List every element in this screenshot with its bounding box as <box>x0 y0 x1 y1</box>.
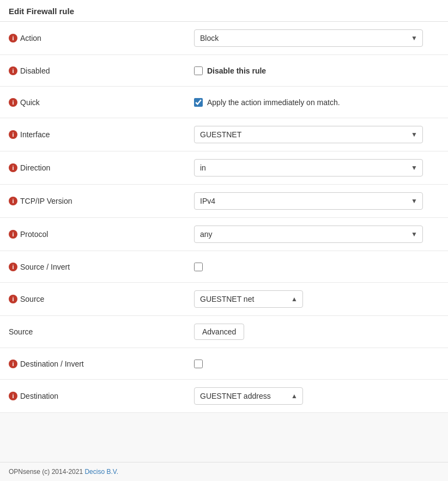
disabled-label: i Disabled <box>9 66 194 75</box>
disabled-checkbox-wrapper: Disable this rule <box>194 66 266 75</box>
action-info-icon: i <box>9 34 17 42</box>
disabled-checkbox-label: Disable this rule <box>207 66 266 75</box>
disabled-info-icon: i <box>9 66 17 75</box>
protocol-info-icon: i <box>9 230 17 239</box>
tcpip-label: i TCP/IP Version <box>9 197 194 205</box>
tcpip-select-wrapper: IPv4 IPv6 IPv4+IPv6 ▼ <box>194 192 423 210</box>
footer-link[interactable]: Deciso B.V. <box>84 468 118 476</box>
source-label: i Source <box>9 295 194 303</box>
source-row: i Source GUESTNET net any GUESTNET addre… <box>0 283 448 316</box>
source-advanced-button[interactable]: Advanced <box>194 324 244 340</box>
direction-label: i Direction <box>9 163 194 172</box>
quick-info-icon: i <box>9 98 17 107</box>
tcpip-info-icon: i <box>9 197 17 205</box>
quick-checkbox-wrapper: Apply the action immediately on match. <box>194 98 340 107</box>
direction-control: in out ▼ <box>194 159 439 176</box>
interface-label: i Interface <box>9 130 194 139</box>
action-control: Block Pass Reject ▼ <box>194 29 439 47</box>
destination-select-wrapper: GUESTNET address any GUESTNET net ▲ <box>194 387 303 405</box>
source-invert-control <box>194 263 439 271</box>
action-select[interactable]: Block Pass Reject <box>194 29 423 47</box>
protocol-select[interactable]: any TCP UDP ICMP <box>194 226 423 243</box>
footer: OPNsense (c) 2014-2021 Deciso B.V. <box>0 462 448 481</box>
protocol-row: i Protocol any TCP UDP ICMP ▼ <box>0 218 448 251</box>
source-advanced-row: Source Advanced <box>0 316 448 348</box>
destination-invert-control <box>194 360 439 368</box>
source-control: GUESTNET net any GUESTNET address ▲ <box>194 290 439 308</box>
interface-control: GUESTNET LAN WAN ▼ <box>194 126 439 143</box>
destination-info-icon: i <box>9 392 17 400</box>
quick-row: i Quick Apply the action immediately on … <box>0 87 448 118</box>
disabled-checkbox[interactable] <box>194 66 203 75</box>
direction-select[interactable]: in out <box>194 159 423 176</box>
destination-invert-row: i Destination / Invert <box>0 348 448 380</box>
source-invert-row: i Source / Invert <box>0 251 448 283</box>
destination-invert-checkbox[interactable] <box>194 360 203 368</box>
footer-text: OPNsense (c) 2014-2021 <box>9 468 84 476</box>
protocol-select-wrapper: any TCP UDP ICMP ▼ <box>194 226 423 243</box>
destination-select[interactable]: GUESTNET address any GUESTNET net <box>194 387 303 405</box>
protocol-control: any TCP UDP ICMP ▼ <box>194 226 439 243</box>
action-row: i Action Block Pass Reject ▼ <box>0 22 448 55</box>
tcpip-control: IPv4 IPv6 IPv4+IPv6 ▼ <box>194 192 439 210</box>
destination-row: i Destination GUESTNET address any GUEST… <box>0 380 448 413</box>
action-select-wrapper: Block Pass Reject ▼ <box>194 29 423 47</box>
source-invert-info-icon: i <box>9 263 17 271</box>
direction-row: i Direction in out ▼ <box>0 151 448 185</box>
destination-label: i Destination <box>9 392 194 400</box>
page-container: Edit Firewall rule i Action Block Pass R… <box>0 0 448 413</box>
source-select-wrapper: GUESTNET net any GUESTNET address ▲ <box>194 290 303 308</box>
destination-invert-info-icon: i <box>9 360 17 368</box>
destination-control: GUESTNET address any GUESTNET net ▲ <box>194 387 439 405</box>
destination-invert-label: i Destination / Invert <box>9 360 194 368</box>
interface-select[interactable]: GUESTNET LAN WAN <box>194 126 423 143</box>
action-label: i Action <box>9 34 194 42</box>
interface-row: i Interface GUESTNET LAN WAN ▼ <box>0 118 448 151</box>
tcpip-select[interactable]: IPv4 IPv6 IPv4+IPv6 <box>194 192 423 210</box>
disabled-row: i Disabled Disable this rule <box>0 55 448 87</box>
quick-label: i Quick <box>9 98 194 107</box>
quick-control: Apply the action immediately on match. <box>194 98 439 107</box>
page-title: Edit Firewall rule <box>0 0 448 22</box>
disabled-control: Disable this rule <box>194 66 439 75</box>
quick-checkbox[interactable] <box>194 98 203 107</box>
source-advanced-label: Source <box>9 327 194 336</box>
source-info-icon: i <box>9 295 17 303</box>
direction-select-wrapper: in out ▼ <box>194 159 423 176</box>
protocol-label: i Protocol <box>9 230 194 239</box>
interface-select-wrapper: GUESTNET LAN WAN ▼ <box>194 126 423 143</box>
interface-info-icon: i <box>9 130 17 139</box>
source-advanced-control: Advanced <box>194 324 439 340</box>
source-invert-label: i Source / Invert <box>9 263 194 271</box>
source-select[interactable]: GUESTNET net any GUESTNET address <box>194 290 303 308</box>
direction-info-icon: i <box>9 163 17 172</box>
quick-checkbox-label: Apply the action immediately on match. <box>207 98 340 107</box>
source-invert-checkbox[interactable] <box>194 263 203 271</box>
tcpip-row: i TCP/IP Version IPv4 IPv6 IPv4+IPv6 ▼ <box>0 185 448 218</box>
